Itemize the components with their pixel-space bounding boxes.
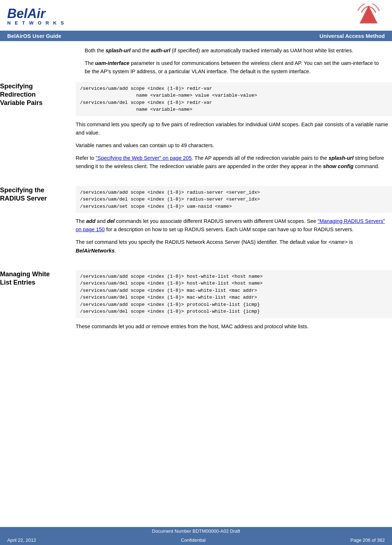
footer-bar: April 22, 2012 Confidential Page 206 of …	[0, 535, 392, 545]
footer-page: Page 206 of 362	[351, 537, 385, 543]
footer-doc-line: Document Number BDTM00000-A02 Draft	[0, 527, 392, 535]
section-whitelist-label: Managing White List Entries	[0, 270, 76, 335]
section-radius-body: /services/uam/add scope <index (1-8)> ra…	[76, 186, 392, 259]
managing-radius-link[interactable]: "Managing RADIUS Servers" on page 150	[76, 218, 385, 232]
radius-code: /services/uam/add scope <index (1-8)> ra…	[76, 186, 392, 213]
section-radius-label: Specifying the RADIUS Server	[0, 186, 76, 259]
intro-para-2: The uam-interface parameter is used for …	[85, 59, 383, 76]
belair-networks-value: BelAirNetworks	[76, 248, 115, 254]
brand-icon	[352, 4, 385, 29]
section-radius-heading: Specifying the RADIUS Server	[0, 186, 70, 203]
intro-section: Both the splash-url and the auth-url (if…	[0, 41, 392, 82]
redirection-para-3: Refer to "Specifying the Web Server" on …	[76, 154, 392, 171]
redirection-para-2: Variable names and values can contain up…	[76, 141, 392, 150]
add-term: add	[86, 218, 95, 224]
title-bar: BelAirOS User Guide Universal Access Met…	[0, 31, 392, 41]
auth-url-term: auth-url	[151, 48, 170, 53]
section-redirection-heading: Specifying Redirection Variable Pairs	[0, 82, 70, 107]
intro-para-1: Both the splash-url and the auth-url (if…	[85, 47, 383, 55]
section-whitelist-heading: Managing White List Entries	[0, 270, 70, 287]
section-redirection-body: /services/uam/add scope <index (1-8)> re…	[76, 82, 392, 175]
logo-networks: N E T W O R K S	[7, 20, 65, 26]
footer-confidential: Confidential	[181, 537, 206, 543]
footer-date: April 22, 2012	[7, 537, 36, 543]
whitelist-code: /services/uam/add scope <index (1-8)> ho…	[76, 270, 392, 318]
section-redirection-label: Specifying Redirection Variable Pairs	[0, 82, 76, 175]
section-redirection: Specifying Redirection Variable Pairs /s…	[0, 82, 392, 175]
section-whitelist: Managing White List Entries /services/ua…	[0, 270, 392, 335]
del-term: del	[107, 218, 115, 224]
uam-interface-term: uam-interface	[95, 60, 129, 66]
web-server-link[interactable]: "Specifying the Web Server" on page 205	[96, 155, 192, 161]
redirection-code: /services/uam/add scope <index (1-8)> re…	[76, 82, 392, 116]
guide-subtitle: Universal Access Method	[320, 33, 385, 39]
section-whitelist-body: /services/uam/add scope <index (1-8)> ho…	[76, 270, 392, 335]
radius-para-1: The add and del commands let you associa…	[76, 217, 392, 234]
show-config-ref: show config	[323, 163, 353, 169]
section-radius: Specifying the RADIUS Server /services/u…	[0, 186, 392, 259]
logo: BelAir N E T W O R K S	[7, 7, 65, 26]
page-header: BelAir N E T W O R K S	[0, 0, 392, 31]
whitelist-para-1: These commands let you add or remove ent…	[76, 322, 392, 331]
radius-para-2: The set command lets you specify the RAD…	[76, 238, 392, 255]
set-term: set	[86, 239, 93, 245]
guide-title: BelAirOS User Guide	[7, 33, 61, 39]
logo-text: BelAir	[7, 7, 65, 20]
splash-url-term: splash-url	[106, 48, 130, 53]
redirection-para-1: This command lets you specify up to five…	[76, 120, 392, 137]
splash-url-ref: splash-url	[329, 155, 353, 161]
doc-number: Document Number BDTM00000-A02 Draft	[152, 528, 240, 534]
name-param: <name>	[329, 239, 348, 245]
